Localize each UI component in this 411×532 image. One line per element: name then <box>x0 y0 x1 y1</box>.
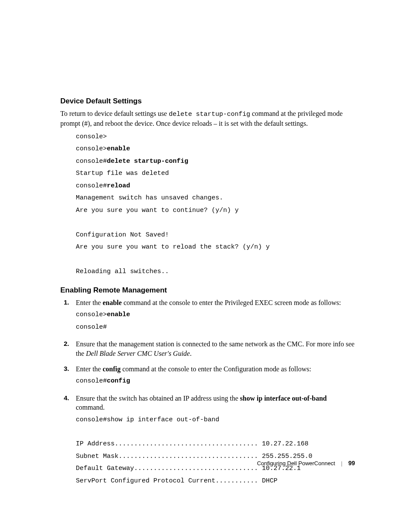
code-line: console# <box>76 324 107 331</box>
step-number: 1. <box>64 298 69 307</box>
output-line: IP Address..............................… <box>76 440 308 448</box>
step-cmd: enable <box>103 299 121 306</box>
step-cmd: show ip interface out-of-band <box>240 395 327 402</box>
steps-list: 1. Enter the enable command at the conso… <box>60 298 355 488</box>
code-line: console#show ip interface out-of-band <box>76 416 219 423</box>
step-code: console>enable console# <box>76 309 355 333</box>
heading-remote-management: Enabling Remote Management <box>60 286 355 295</box>
code-line: Are you sure you want to reload the stac… <box>76 243 270 251</box>
footer-divider: | <box>341 460 342 467</box>
step-3: 3. Enter the config command at the conso… <box>60 364 355 388</box>
para-text-pre: To return to device default settings use <box>60 110 169 117</box>
output-line: Subnet Mask.............................… <box>76 453 312 460</box>
step-2: 2. Ensure that the management station is… <box>60 339 355 358</box>
code-block-default: console> console>enable console#delete s… <box>76 131 355 278</box>
step-text-pre: Ensure that the switch has obtained an I… <box>76 395 240 402</box>
page-number: 99 <box>348 460 355 467</box>
step-cmd: config <box>103 365 121 373</box>
code-bold: enable <box>107 145 130 152</box>
code-bold: delete startup-config <box>107 158 188 165</box>
heading-device-default: Device Default Settings <box>60 97 355 106</box>
step-4: 4. Ensure that the switch has obtained a… <box>60 394 355 488</box>
step-italic: Dell Blade Server CMC User's Guide <box>86 350 190 357</box>
code-line: console> <box>76 311 107 318</box>
code-line: console# <box>76 377 107 385</box>
code-line: console> <box>76 133 107 140</box>
inline-command: delete startup-config <box>169 111 250 118</box>
step-code: console#config <box>76 375 355 388</box>
step-number: 3. <box>64 364 69 373</box>
footer-title: Configuring Dell PowerConnect <box>257 460 335 467</box>
code-line: console# <box>76 182 107 190</box>
code-line: console> <box>76 145 107 152</box>
code-bold: config <box>107 377 130 385</box>
code-line: Startup file was deleted <box>76 170 169 177</box>
step-1: 1. Enter the enable command at the conso… <box>60 298 355 334</box>
step-text-post: command at the console to enter the Priv… <box>122 299 341 306</box>
code-line: Reloading all switches.. <box>76 268 169 275</box>
step-text-post: command at the console to enter the Conf… <box>121 365 311 373</box>
code-line: Management switch has unsaved changes. <box>76 194 223 202</box>
step-text-pre: Enter the <box>76 365 103 373</box>
code-line: Are you sure you want to continue? (y/n)… <box>76 207 239 214</box>
page: Device Default Settings To return to dev… <box>0 0 411 532</box>
step-text-post: . <box>190 350 192 357</box>
code-line: console# <box>76 158 107 165</box>
step-number: 4. <box>64 394 69 402</box>
para-default-settings: To return to device default settings use… <box>60 109 355 128</box>
step-code: console#show ip interface out-of-band <box>76 414 355 426</box>
step-number: 2. <box>64 339 69 348</box>
step-text-pre: Enter the <box>76 299 103 306</box>
output-line: ServPort Configured Protocol Current....… <box>76 477 277 485</box>
code-line: Configuration Not Saved! <box>76 231 169 239</box>
code-bold: reload <box>107 182 130 190</box>
page-footer: Configuring Dell PowerConnect | 99 <box>257 460 355 467</box>
step-text-post: command. <box>76 404 105 411</box>
code-bold: enable <box>107 311 130 318</box>
